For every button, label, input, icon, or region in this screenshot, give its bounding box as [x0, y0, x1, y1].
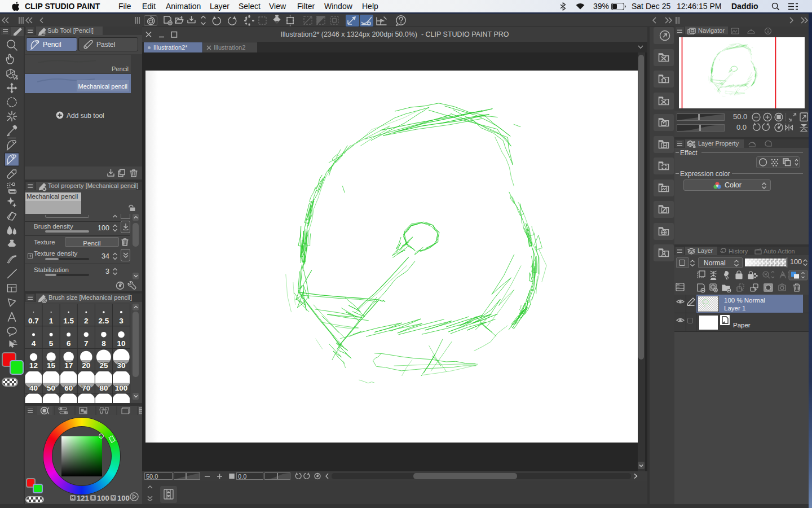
svg-text:17: 17 — [64, 361, 73, 370]
svg-text:30: 30 — [117, 361, 125, 370]
svg-text:100: 100 — [115, 384, 128, 392]
svg-text:0.7: 0.7 — [28, 317, 39, 325]
svg-text:4: 4 — [32, 339, 36, 348]
svg-text:12: 12 — [29, 361, 38, 370]
svg-text:50: 50 — [47, 384, 55, 392]
svg-text:7: 7 — [84, 339, 89, 348]
svg-text:25: 25 — [99, 361, 108, 370]
svg-text:70: 70 — [82, 384, 90, 392]
svg-text:20: 20 — [82, 361, 90, 370]
svg-text:2: 2 — [84, 317, 89, 325]
svg-text:60: 60 — [64, 384, 73, 392]
svg-text:40: 40 — [29, 384, 38, 392]
svg-text:8: 8 — [102, 339, 106, 348]
svg-text:15: 15 — [47, 361, 56, 370]
svg-text:3: 3 — [119, 317, 123, 325]
svg-text:1.5: 1.5 — [63, 317, 74, 325]
svg-text:1: 1 — [49, 317, 54, 325]
svg-text:5: 5 — [49, 339, 54, 348]
svg-text:2.5: 2.5 — [99, 317, 109, 325]
svg-text:6: 6 — [67, 339, 71, 348]
svg-text:80: 80 — [99, 384, 108, 392]
svg-text:10: 10 — [117, 339, 125, 348]
